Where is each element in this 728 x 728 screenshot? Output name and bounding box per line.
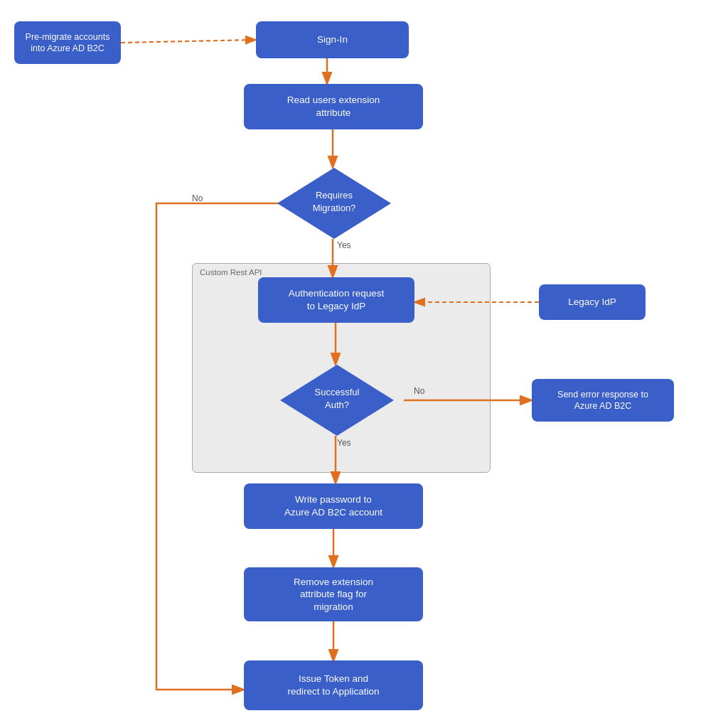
svg-text:Auth?: Auth? bbox=[325, 400, 349, 410]
label-no-left: No bbox=[192, 193, 203, 203]
node-read-users: Read users extensionattribute bbox=[244, 84, 423, 129]
node-issue-token: Issue Token andredirect to Application bbox=[244, 660, 423, 710]
node-remove-extension: Remove extensionattribute flag formigrat… bbox=[244, 567, 423, 621]
label-yes-bottom: Yes bbox=[337, 438, 351, 448]
svg-text:Successful: Successful bbox=[315, 387, 360, 397]
diagram-container: Custom Rest API bbox=[0, 0, 728, 728]
node-legacy-idp: Legacy IdP bbox=[539, 284, 646, 320]
label-yes-down: Yes bbox=[337, 240, 351, 250]
node-pre-migrate: Pre-migrate accountsinto Azure AD B2C bbox=[14, 21, 121, 64]
node-successful-auth: Successful Auth? bbox=[279, 363, 396, 438]
arrow-premigrate-signin bbox=[121, 40, 255, 43]
svg-text:Migration?: Migration? bbox=[313, 203, 356, 213]
node-auth-request: Authentication requestto Legacy IdP bbox=[258, 277, 414, 323]
label-no-right: No bbox=[414, 386, 424, 396]
node-requires-migration: Requires Migration? bbox=[276, 166, 393, 241]
node-write-password: Write password toAzure AD B2C account bbox=[244, 483, 423, 529]
svg-text:Requires: Requires bbox=[316, 190, 353, 200]
node-send-error: Send error response toAzure AD B2C bbox=[532, 379, 674, 422]
node-sign-in: Sign-In bbox=[256, 21, 409, 58]
